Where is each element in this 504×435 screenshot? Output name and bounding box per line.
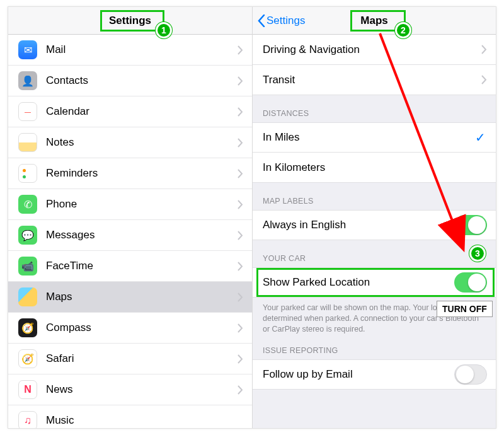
row-driving-navigation[interactable]: Driving & Navigation [253, 35, 496, 65]
row-label: In Kilometers [263, 161, 325, 174]
left-title: Settings [109, 14, 151, 27]
section-your-car: YOUR CAR [253, 240, 496, 267]
news-icon: N [18, 380, 37, 399]
chevron-right-icon [481, 45, 487, 54]
sidebar-item-phone[interactable]: ✆ Phone [8, 189, 252, 220]
sidebar-item-contacts[interactable]: 👤 Contacts [8, 66, 252, 96]
notes-icon [18, 133, 37, 152]
toggle-show-parked-location[interactable] [454, 272, 487, 293]
settings-sidebar: Settings ✉︎ Mail 👤 Contacts — Calendar [8, 7, 253, 428]
sidebar-item-label: FaceTime [46, 260, 229, 272]
chevron-right-icon [238, 323, 243, 333]
sidebar-item-calendar[interactable]: — Calendar [8, 96, 252, 127]
chevron-right-icon [238, 385, 243, 395]
chevron-left-icon [258, 14, 265, 27]
section-map-labels: MAP LABELS [253, 183, 496, 210]
chevron-right-icon [238, 200, 243, 209]
contacts-icon: 👤 [18, 71, 37, 90]
chevron-right-icon [238, 231, 243, 240]
row-label: Show Parked Location [263, 276, 370, 289]
chevron-right-icon [238, 138, 243, 148]
sidebar-item-label: Phone [46, 198, 229, 211]
toggle-always-english[interactable] [454, 215, 487, 235]
sidebar-item-label: Music [46, 414, 243, 427]
sidebar-item-compass[interactable]: 🧭 Compass [8, 313, 252, 344]
chevron-right-icon [481, 75, 487, 84]
sidebar-item-mail[interactable]: ✉︎ Mail [8, 35, 252, 66]
row-label: In Miles [263, 131, 300, 144]
sidebar-item-label: Compass [46, 322, 229, 334]
phone-icon: ✆ [18, 195, 37, 214]
sidebar-item-label: Messages [46, 229, 229, 241]
settings-list: ✉︎ Mail 👤 Contacts — Calendar Notes [8, 35, 252, 429]
calendar-icon: — [18, 102, 37, 121]
sidebar-item-label: News [46, 383, 229, 396]
row-in-miles[interactable]: In Miles ✓ [253, 122, 496, 153]
row-label: Driving & Navigation [263, 44, 360, 56]
toggle-follow-up-email[interactable] [454, 364, 487, 385]
sidebar-item-label: Reminders [46, 167, 229, 180]
section-issue-reporting: ISSUE REPORTING [253, 339, 496, 359]
row-transit[interactable]: Transit [253, 65, 496, 95]
row-in-kilometers[interactable]: In Kilometers [253, 153, 496, 183]
row-show-parked-location[interactable]: Show Parked Location [253, 267, 496, 298]
sidebar-item-label: Maps [46, 291, 229, 303]
sidebar-item-label: Calendar [46, 105, 229, 118]
sidebar-item-music[interactable]: ♫ Music [8, 405, 252, 429]
sidebar-item-messages[interactable]: 💬 Messages [8, 220, 252, 251]
left-header: Settings [8, 7, 252, 35]
row-label: Always in English [263, 219, 346, 231]
your-car-footer: Your parked car will be shown on the map… [253, 298, 496, 339]
maps-icon [18, 287, 37, 306]
row-follow-up-email[interactable]: Follow up by Email [253, 359, 496, 390]
back-label: Settings [266, 14, 305, 27]
back-button[interactable]: Settings [258, 7, 305, 35]
row-label: Follow up by Email [263, 368, 353, 381]
chevron-right-icon [238, 354, 243, 364]
sidebar-item-label: Mail [46, 44, 229, 56]
chevron-right-icon [238, 262, 243, 271]
reminders-icon [18, 164, 37, 183]
sidebar-item-label: Safari [46, 352, 229, 365]
section-distances: DISTANCES [253, 95, 496, 122]
sidebar-item-maps[interactable]: Maps [8, 282, 252, 313]
safari-icon: 🧭 [18, 349, 37, 368]
chevron-right-icon [238, 169, 243, 178]
sidebar-item-notes[interactable]: Notes [8, 127, 252, 158]
row-always-english[interactable]: Always in English [253, 210, 496, 240]
sidebar-item-news[interactable]: N News [8, 374, 252, 405]
sidebar-item-reminders[interactable]: Reminders [8, 158, 252, 189]
sidebar-item-facetime[interactable]: 📹 FaceTime [8, 251, 252, 282]
chevron-right-icon [238, 76, 243, 86]
facetime-icon: 📹 [18, 257, 37, 276]
maps-settings-panel: Settings Maps Driving & Navigation Trans… [253, 7, 496, 428]
right-header: Settings Maps [253, 7, 496, 35]
sidebar-item-label: Contacts [46, 74, 229, 87]
chevron-right-icon [238, 293, 243, 302]
right-title: Maps [360, 14, 387, 27]
chevron-right-icon [238, 107, 243, 117]
row-label: Transit [263, 74, 295, 86]
sidebar-item-label: Notes [46, 136, 229, 149]
mail-icon: ✉︎ [18, 40, 37, 59]
compass-icon: 🧭 [18, 318, 37, 337]
music-icon: ♫ [18, 411, 37, 429]
sidebar-item-safari[interactable]: 🧭 Safari [8, 344, 252, 374]
chevron-right-icon [238, 45, 243, 55]
messages-icon: 💬 [18, 226, 37, 245]
checkmark-icon: ✓ [475, 130, 486, 145]
